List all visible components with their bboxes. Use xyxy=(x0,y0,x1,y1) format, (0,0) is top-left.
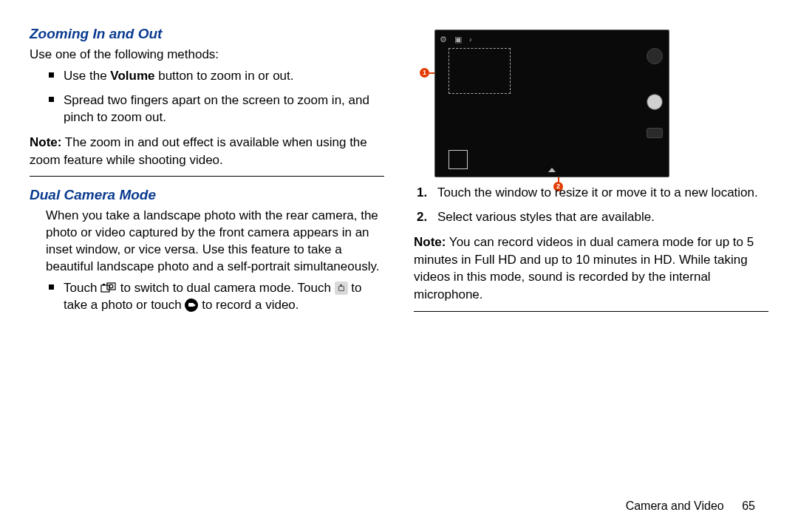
right-column: 1 2 ⚙ ▣ › 1. Touch the window xyxy=(414,26,768,322)
dualcamera-list: Touch to switch to dual camera mode. Tou… xyxy=(30,280,384,314)
heading-dualcamera: Dual Camera Mode xyxy=(30,187,384,203)
page-number: 65 xyxy=(742,499,755,512)
list-item: Touch to switch to dual camera mode. Tou… xyxy=(30,280,384,314)
bullet-text-pre: Use the xyxy=(64,69,110,83)
dual-camera-icon: ▣ xyxy=(454,35,463,44)
camera-screenshot: ⚙ ▣ › xyxy=(434,30,669,177)
step-text: Select various styles that are available… xyxy=(437,210,655,224)
divider xyxy=(30,176,384,177)
note-body: The zoom in and out effect is available … xyxy=(30,135,367,167)
chevron-up-icon xyxy=(548,168,556,172)
heading-zooming: Zooming In and Out xyxy=(30,26,384,42)
chevron-right-icon: › xyxy=(469,35,478,44)
zoom-methods-list: Use the Volume button to zoom in or out.… xyxy=(30,68,384,126)
step-text: Touch the window to resize it or move it… xyxy=(437,185,758,200)
left-column: Zooming In and Out Use one of the follow… xyxy=(30,26,384,322)
mode-button-icon xyxy=(647,128,663,138)
list-item: 1. Touch the window to resize it or move… xyxy=(414,185,768,202)
note-label: Note: xyxy=(414,235,446,249)
bullet-bold: Volume xyxy=(110,69,154,83)
note-body: You can record videos in dual camera mod… xyxy=(414,235,754,301)
dual-camera-icon xyxy=(100,282,117,294)
screenshot-top-icons: ⚙ ▣ › xyxy=(440,35,478,44)
note-dualcamera-record: Note: You can record videos in dual came… xyxy=(414,233,768,304)
list-item: Spread two fingers apart on the screen t… xyxy=(30,92,384,126)
bullet-seg-d: to record a video. xyxy=(202,298,299,312)
gear-icon: ⚙ xyxy=(440,35,449,44)
svg-point-3 xyxy=(109,284,113,288)
svg-rect-0 xyxy=(101,285,109,292)
shutter-button-icon xyxy=(647,94,663,110)
bullet-text: Spread two fingers apart on the screen t… xyxy=(64,93,369,124)
screenshot-illustration: 1 2 ⚙ ▣ › xyxy=(420,30,671,177)
record-button-icon xyxy=(647,48,663,64)
svg-rect-2 xyxy=(107,283,115,290)
dualcamera-para: When you take a landscape photo with the… xyxy=(46,208,384,276)
svg-rect-1 xyxy=(103,284,105,285)
camera-icon xyxy=(335,282,348,295)
bullet-seg-b: to switch to dual camera mode. Touch xyxy=(120,281,335,295)
intro-text: Use one of the following methods: xyxy=(30,47,384,64)
record-icon xyxy=(185,299,198,312)
note-label: Note: xyxy=(30,135,61,149)
thumbnail-box xyxy=(449,150,468,169)
callout-1: 1 xyxy=(420,68,429,78)
list-item: 2. Select various styles that are availa… xyxy=(414,209,768,226)
divider xyxy=(414,311,768,312)
bullet-seg-a: Touch xyxy=(64,281,100,295)
step-number: 1. xyxy=(417,185,427,202)
list-item: Use the Volume button to zoom in or out. xyxy=(30,68,384,85)
page-footer: Camera and Video 65 xyxy=(626,499,755,513)
bullet-text-post: button to zoom in or out. xyxy=(154,69,293,83)
steps-list: 1. Touch the window to resize it or move… xyxy=(414,185,768,226)
chapter-name: Camera and Video xyxy=(626,499,724,512)
note-zoom: Note: The zoom in and out effect is avai… xyxy=(30,134,384,169)
step-number: 2. xyxy=(417,209,427,226)
inset-window-outline xyxy=(449,48,511,94)
